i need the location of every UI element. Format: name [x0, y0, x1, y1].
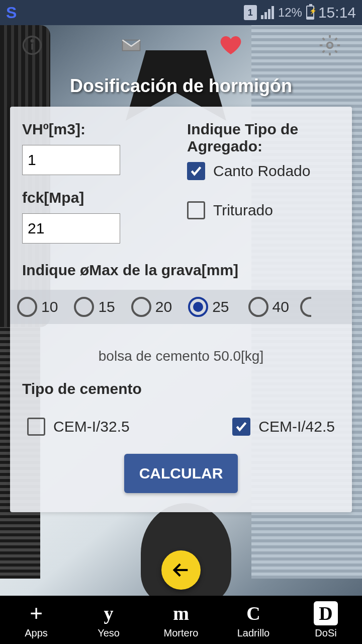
page-title: Dosificación de hormigón	[0, 75, 362, 97]
checkbox-icon	[232, 418, 250, 436]
grava-option-10[interactable]: 10	[17, 297, 58, 317]
vh-label: VHº[m3]:	[22, 121, 175, 138]
cement-type-label: Tipo de cemento	[22, 380, 340, 397]
yeso-icon: y	[97, 601, 121, 625]
back-fab[interactable]	[161, 550, 201, 590]
signal-icon	[261, 6, 274, 19]
radio-icon	[74, 297, 94, 317]
triturado-checkbox[interactable]: Triturado	[187, 201, 340, 219]
gear-icon[interactable]	[318, 33, 342, 57]
svg-point-2	[31, 40, 33, 42]
grava-option-20[interactable]: 20	[131, 297, 172, 317]
mortero-icon: m	[169, 601, 193, 625]
form-card: VHº[m3]: fck[Mpa] Indique Tipo de Agrega…	[10, 107, 352, 512]
ladrillo-icon: C	[241, 601, 265, 625]
nav-dosi[interactable]: D DoSi	[290, 596, 362, 644]
radio-icon	[188, 297, 208, 317]
checkbox-icon	[187, 162, 205, 180]
arrow-left-icon	[171, 560, 191, 580]
radio-label: 25	[212, 298, 229, 315]
sim-icon: 1	[244, 5, 257, 20]
radio-label: 15	[98, 298, 115, 315]
svg-point-3	[327, 43, 332, 48]
dosi-icon: D	[314, 601, 338, 625]
radio-icon	[17, 297, 37, 317]
cem-32-5-label: CEM-I/32.5	[53, 418, 130, 435]
checkbox-icon	[27, 418, 45, 436]
canto-rodado-label: Canto Rodado	[213, 163, 310, 180]
aggregate-label: Indique Tipo de Agregado:	[187, 121, 340, 155]
grava-label: Indique øMax de la grava[mm]	[22, 262, 340, 279]
plus-icon: +	[24, 601, 48, 625]
cement-bag-hint: bolsa de cemento 50.0[kg]	[22, 348, 340, 364]
vh-input[interactable]	[22, 145, 120, 175]
bottom-nav: + Apps y Yeso m Mortero C Ladrillo D DoS…	[0, 596, 362, 644]
radio-label: 40	[273, 298, 289, 315]
clock: 15:14	[318, 4, 356, 21]
status-bar: S 1 12% ⚡ 15:14	[0, 0, 362, 25]
cem-32-5-checkbox[interactable]: CEM-I/32.5	[27, 418, 130, 436]
heart-icon[interactable]	[219, 33, 243, 57]
fck-label: fck[Mpa]	[22, 189, 175, 206]
nav-yeso[interactable]: y Yeso	[72, 596, 145, 644]
radio-icon-partial	[300, 297, 311, 317]
grava-radio-group: 10 15 20 25 40	[10, 290, 352, 324]
nav-label: Mortero	[164, 627, 199, 639]
cem-42-5-label: CEM-I/42.5	[258, 418, 335, 435]
radio-icon	[131, 297, 151, 317]
nav-label: DoSi	[315, 627, 336, 639]
nav-label: Ladrillo	[237, 627, 269, 639]
grava-option-25[interactable]: 25	[188, 297, 229, 317]
radio-icon	[248, 297, 268, 317]
grava-option-40[interactable]: 40	[248, 297, 289, 317]
nav-ladrillo[interactable]: C Ladrillo	[217, 596, 290, 644]
nav-apps[interactable]: + Apps	[0, 596, 72, 644]
calculate-button[interactable]: CALCULAR	[124, 454, 238, 493]
checkbox-icon	[187, 201, 205, 219]
triturado-label: Triturado	[213, 202, 273, 219]
cem-42-5-checkbox[interactable]: CEM-I/42.5	[232, 418, 335, 436]
canto-rodado-checkbox[interactable]: Canto Rodado	[187, 162, 340, 180]
radio-label: 10	[41, 298, 58, 315]
grava-option-15[interactable]: 15	[74, 297, 115, 317]
nav-mortero[interactable]: m Mortero	[145, 596, 217, 644]
battery-icon: ⚡	[306, 6, 314, 20]
action-bar	[0, 25, 362, 65]
mail-icon[interactable]	[119, 33, 143, 57]
battery-percent: 12%	[278, 6, 302, 20]
app-logo-icon: S	[6, 4, 17, 22]
info-icon[interactable]	[20, 33, 44, 57]
nav-label: Apps	[25, 627, 48, 639]
radio-label: 20	[155, 298, 172, 315]
fck-input[interactable]	[22, 213, 120, 244]
nav-label: Yeso	[98, 627, 120, 639]
